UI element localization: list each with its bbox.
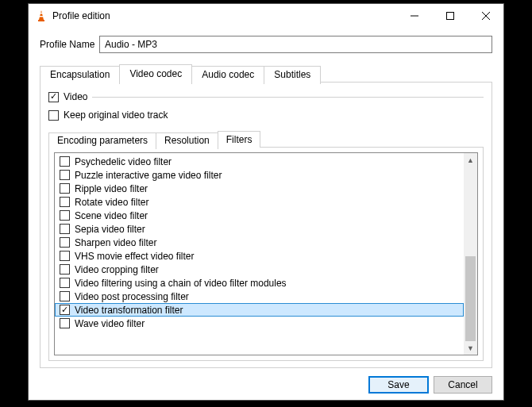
scroll-thumb[interactable] [465, 256, 476, 341]
tab-encapsulation[interactable]: Encapsulation [40, 66, 120, 84]
main-tabstrip: EncapsulationVideo codecAudio codecSubti… [40, 64, 492, 83]
dialog-buttons: Save Cancel [40, 368, 492, 394]
filter-item[interactable]: Video post processing filter [55, 290, 464, 303]
scroll-up-icon[interactable]: ▲ [464, 153, 477, 167]
scrollbar[interactable]: ▲ ▼ [464, 153, 477, 355]
filter-checkbox[interactable] [60, 183, 70, 194]
tab-video-codec[interactable]: Video codec [119, 64, 192, 83]
svg-marker-0 [39, 10, 44, 20]
filter-checkbox[interactable] [60, 318, 70, 328]
filter-label: Psychedelic video filter [75, 156, 172, 167]
filter-item[interactable]: Ripple video filter [55, 182, 464, 195]
filter-checkbox[interactable] [60, 156, 70, 167]
filter-checkbox[interactable] [60, 278, 70, 288]
profile-name-label: Profile Name [40, 39, 99, 50]
subtab-resolution[interactable]: Resolution [156, 132, 218, 149]
filter-item[interactable]: Video filtering using a chain of video f… [55, 276, 464, 290]
cancel-button[interactable]: Cancel [434, 376, 492, 394]
filter-label: Video cropping filter [75, 264, 159, 275]
filter-item[interactable]: VHS movie effect video filter [55, 249, 464, 263]
filter-list[interactable]: Psychedelic video filterPuzzle interacti… [55, 153, 464, 355]
svg-rect-2 [40, 13, 43, 13]
group-divider [92, 97, 484, 98]
sub-tabstrip: Encoding parametersResolutionFilters [48, 131, 484, 148]
filters-panel: Psychedelic video filterPuzzle interacti… [48, 147, 484, 361]
filter-item[interactable]: Sepia video filter [55, 222, 464, 236]
vlc-cone-icon [35, 10, 48, 22]
minimize-button[interactable] [396, 4, 432, 28]
filter-label: Video post processing filter [75, 291, 189, 302]
filter-label: Sepia video filter [75, 224, 145, 235]
svg-rect-3 [40, 16, 44, 17]
svg-rect-1 [38, 20, 44, 21]
filter-label: Wave video filter [75, 318, 145, 329]
filter-checkbox[interactable] [60, 197, 70, 207]
save-button[interactable]: Save [368, 376, 429, 394]
profile-name-input[interactable] [99, 36, 492, 53]
filter-item[interactable]: Psychedelic video filter [55, 155, 464, 168]
filter-checkbox[interactable] [60, 237, 70, 248]
filter-item[interactable]: Puzzle interactive game video filter [55, 168, 464, 182]
client-area: Profile Name EncapsulationVideo codecAud… [29, 28, 503, 400]
keep-original-checkbox[interactable] [48, 110, 59, 121]
subtab-encoding-parameters[interactable]: Encoding parameters [48, 132, 156, 149]
filter-checkbox[interactable] [60, 264, 70, 275]
titlebar: Profile edition [29, 4, 503, 28]
window-title: Profile edition [52, 10, 396, 21]
filter-label: Sharpen video filter [75, 237, 156, 248]
filter-checkbox[interactable] [60, 224, 70, 234]
filter-label: Ripple video filter [75, 183, 148, 194]
filter-label: Video filtering using a chain of video f… [75, 278, 287, 289]
filter-checkbox[interactable] [60, 291, 70, 301]
profile-name-row: Profile Name [40, 36, 492, 53]
filter-item[interactable]: Wave video filter [55, 317, 464, 330]
filter-item[interactable]: Rotate video filter [55, 195, 464, 209]
filter-label: Rotate video filter [75, 197, 148, 208]
tab-audio-codec[interactable]: Audio codec [191, 66, 264, 84]
filter-checkbox[interactable] [60, 305, 70, 315]
filter-item[interactable]: Video transformation filter [55, 303, 464, 317]
video-checkbox-label: Video [64, 91, 87, 102]
close-button[interactable] [468, 4, 503, 28]
filter-label: Video transformation filter [75, 305, 183, 316]
scroll-down-icon[interactable]: ▼ [464, 341, 477, 355]
keep-original-label: Keep original video track [64, 109, 168, 121]
filter-label: Scene video filter [75, 210, 148, 221]
filter-listbox: Psychedelic video filterPuzzle interacti… [54, 152, 478, 355]
video-codec-panel: Video Keep original video track Encoding… [40, 82, 492, 368]
filter-label: Puzzle interactive game video filter [75, 170, 222, 181]
filter-checkbox[interactable] [60, 170, 70, 180]
window-controls [396, 4, 503, 28]
filter-checkbox[interactable] [60, 251, 70, 261]
filter-item[interactable]: Scene video filter [55, 209, 464, 222]
filter-checkbox[interactable] [60, 210, 70, 221]
filter-item[interactable]: Sharpen video filter [55, 236, 464, 249]
filter-label: VHS movie effect video filter [75, 251, 195, 262]
filter-item[interactable]: Video cropping filter [55, 263, 464, 276]
svg-rect-5 [446, 13, 453, 20]
keep-original-row[interactable]: Keep original video track [48, 109, 484, 121]
maximize-button[interactable] [432, 4, 468, 28]
subtab-filters[interactable]: Filters [218, 131, 261, 148]
tab-subtitles[interactable]: Subtitles [264, 66, 321, 84]
profile-edition-window: Profile edition Profile Name Encapsulati… [28, 3, 504, 401]
video-checkbox[interactable] [48, 92, 59, 102]
video-checkbox-row[interactable]: Video [48, 91, 484, 102]
